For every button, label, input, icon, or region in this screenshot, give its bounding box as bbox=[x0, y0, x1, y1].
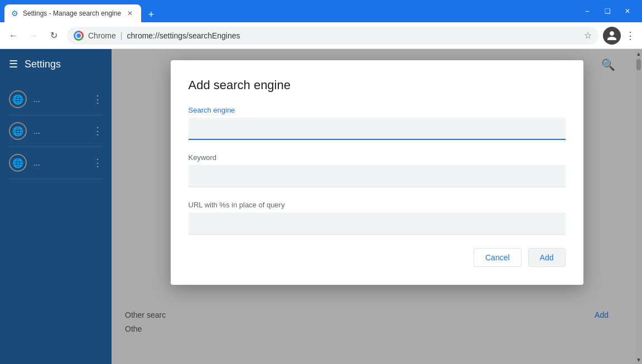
url-input[interactable] bbox=[189, 212, 566, 235]
close-window-button[interactable]: ✕ bbox=[622, 6, 633, 17]
tab-close-button[interactable]: ✕ bbox=[125, 9, 134, 18]
tab-strip: ⚙ Settings - Manage search engine ✕ + bbox=[4, 0, 582, 22]
globe-icon-1: 🌐 bbox=[9, 90, 27, 108]
keyword-label: Keyword bbox=[189, 153, 566, 162]
cancel-button[interactable]: Cancel bbox=[474, 248, 522, 267]
bookmark-star-icon[interactable]: ☆ bbox=[584, 30, 592, 41]
dialog-overlay: Add search engine Search engine Keyword … bbox=[112, 49, 642, 364]
new-tab-button[interactable]: + bbox=[143, 7, 159, 22]
address-separator: | bbox=[120, 31, 123, 40]
active-tab[interactable]: ⚙ Settings - Manage search engine ✕ bbox=[4, 4, 141, 22]
item-menu-2[interactable]: ⋮ bbox=[93, 125, 103, 137]
address-bar[interactable]: Chrome | chrome://settings/searchEngines… bbox=[67, 27, 598, 45]
address-url: chrome://settings/searchEngines bbox=[127, 31, 575, 40]
chrome-menu-button[interactable]: ⋮ bbox=[623, 27, 638, 44]
nav-bar: ← → ↻ Chrome | chrome://settings/searchE… bbox=[0, 22, 642, 49]
sidebar-items: 🌐 ... ⋮ 🌐 ... ⋮ 🌐 ... ⋮ bbox=[0, 79, 112, 183]
settings-tab-icon: ⚙ bbox=[11, 9, 18, 18]
item-menu-1[interactable]: ⋮ bbox=[93, 93, 103, 105]
settings-header: ☰ Settings bbox=[0, 49, 112, 79]
browser-brand: Chrome bbox=[88, 31, 116, 40]
search-engine-input[interactable] bbox=[189, 118, 566, 140]
item-text-2: ... bbox=[33, 127, 40, 135]
refresh-button[interactable]: ↻ bbox=[45, 27, 62, 45]
window-controls: – ❑ ✕ bbox=[582, 6, 638, 17]
search-engine-label: Search engine bbox=[189, 106, 566, 114]
item-text-3: ... bbox=[33, 158, 40, 167]
list-item: 🌐 ... ⋮ bbox=[9, 147, 103, 179]
hamburger-icon[interactable]: ☰ bbox=[9, 58, 18, 70]
chrome-logo-icon bbox=[74, 31, 84, 41]
item-text-1: ... bbox=[33, 95, 40, 104]
url-label: URL with %s in place of query bbox=[189, 201, 566, 209]
maximize-button[interactable]: ❑ bbox=[602, 6, 613, 17]
search-engine-group: Search engine bbox=[189, 106, 566, 140]
profile-icon[interactable] bbox=[603, 27, 621, 45]
tab-title: Settings - Manage search engine bbox=[23, 9, 121, 17]
globe-icon-2: 🌐 bbox=[9, 122, 27, 140]
settings-content: 🔍 Other searc Othe Add ▲ ▼ Add search en… bbox=[112, 49, 642, 364]
settings-page: ☰ Settings 🌐 ... ⋮ 🌐 ... ⋮ 🌐 ... ⋮ 🔍 Oth… bbox=[0, 49, 642, 364]
globe-icon-3: 🌐 bbox=[9, 154, 27, 172]
keyword-input[interactable] bbox=[189, 165, 566, 187]
list-item: 🌐 ... ⋮ bbox=[9, 84, 103, 115]
settings-page-title: Settings bbox=[25, 59, 61, 70]
item-menu-3[interactable]: ⋮ bbox=[93, 157, 103, 169]
title-bar: ⚙ Settings - Manage search engine ✕ + – … bbox=[0, 0, 642, 22]
url-group: URL with %s in place of query bbox=[189, 201, 566, 235]
forward-button[interactable]: → bbox=[25, 27, 42, 45]
back-button[interactable]: ← bbox=[4, 27, 22, 45]
add-button[interactable]: Add bbox=[528, 248, 566, 267]
dialog-actions: Cancel Add bbox=[189, 248, 566, 267]
keyword-group: Keyword bbox=[189, 153, 566, 187]
dialog-title: Add search engine bbox=[189, 78, 566, 93]
settings-sidebar: ☰ Settings 🌐 ... ⋮ 🌐 ... ⋮ 🌐 ... ⋮ bbox=[0, 49, 112, 364]
minimize-button[interactable]: – bbox=[582, 6, 593, 17]
add-search-engine-dialog: Add search engine Search engine Keyword … bbox=[171, 60, 583, 285]
list-item: 🌐 ... ⋮ bbox=[9, 115, 103, 147]
